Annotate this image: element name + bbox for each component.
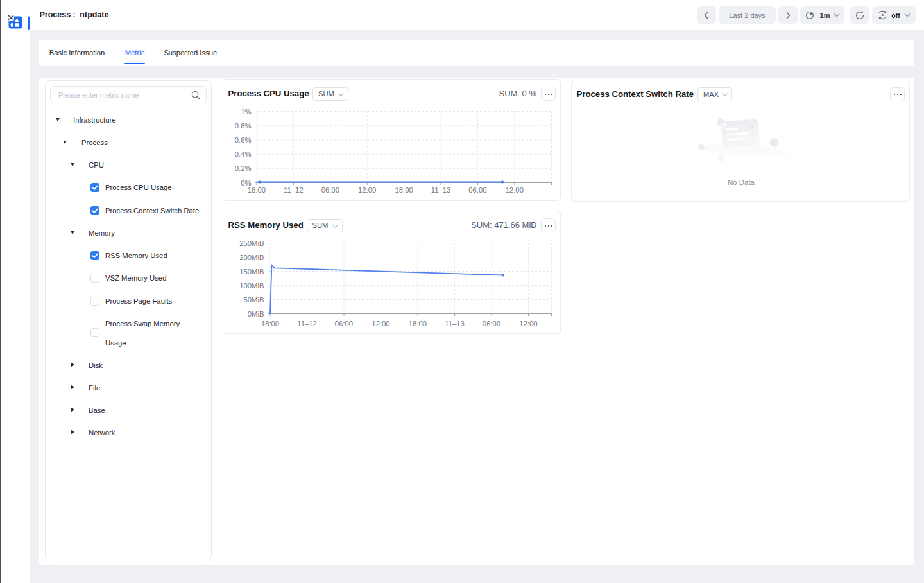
svg-text:18:00: 18:00 [395, 186, 413, 194]
svg-text:11–12: 11–12 [284, 186, 304, 194]
svg-text:0.6%: 0.6% [235, 136, 252, 144]
svg-text:18:00: 18:00 [409, 320, 427, 327]
svg-text:1%: 1% [241, 108, 251, 116]
svg-text:06:00: 06:00 [335, 320, 353, 327]
svg-text:18:00: 18:00 [248, 186, 266, 194]
svg-text:0.4%: 0.4% [235, 150, 252, 158]
svg-text:50MiB: 50MiB [243, 296, 264, 304]
svg-text:06:00: 06:00 [468, 186, 486, 194]
svg-text:0MiB: 0MiB [248, 310, 264, 318]
svg-text:0.2%: 0.2% [235, 164, 252, 172]
svg-text:100MiB: 100MiB [239, 282, 264, 290]
svg-text:0.8%: 0.8% [235, 122, 252, 130]
svg-text:18:00: 18:00 [261, 320, 279, 327]
svg-text:250MiB: 250MiB [239, 239, 264, 247]
svg-text:200MiB: 200MiB [239, 254, 264, 261]
svg-text:12:00: 12:00 [372, 320, 389, 327]
svg-text:06:00: 06:00 [321, 186, 339, 194]
svg-text:06:00: 06:00 [483, 320, 501, 327]
svg-text:12:00: 12:00 [506, 186, 524, 194]
svg-text:11–13: 11–13 [431, 186, 451, 194]
svg-text:11–13: 11–13 [445, 320, 465, 327]
svg-text:12:00: 12:00 [519, 320, 537, 327]
svg-text:12:00: 12:00 [358, 186, 376, 194]
svg-text:11–12: 11–12 [297, 320, 317, 327]
svg-text:150MiB: 150MiB [239, 268, 264, 275]
